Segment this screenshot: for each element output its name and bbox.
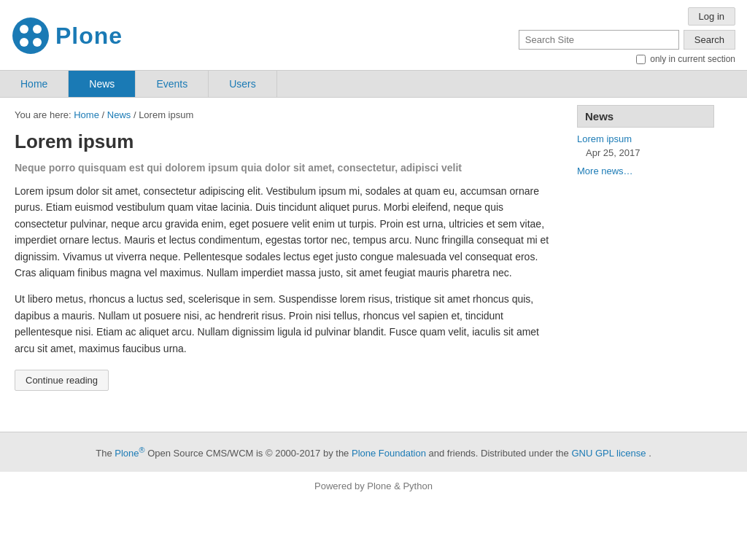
breadcrumb: You are here: Home / News / Lorem ipsum: [15, 109, 551, 120]
logo-text: Plone: [55, 23, 123, 50]
sidebar: News Lorem ipsum Apr 25, 2017 More news…: [565, 98, 726, 402]
svg-point-4: [33, 38, 42, 47]
nav-item-events[interactable]: Events: [136, 71, 209, 97]
only-section-label: only in current section: [650, 54, 735, 64]
search-button[interactable]: Search: [684, 30, 735, 50]
sidebar-news-item-date: Apr 25, 2017: [586, 147, 714, 158]
sidebar-news-item-link[interactable]: Lorem ipsum: [577, 133, 714, 144]
footer-text-the: The: [96, 448, 112, 459]
nav-item-users[interactable]: Users: [209, 71, 277, 97]
article-title: Lorem ipsum: [15, 131, 551, 153]
article-body: Lorem ipsum dolor sit amet, consectetur …: [15, 183, 551, 357]
breadcrumb-home[interactable]: Home: [74, 109, 99, 120]
only-section-row: only in current section: [636, 54, 735, 64]
footer-plone-link[interactable]: Plone®: [115, 448, 144, 459]
footer-text-cms: Open Source CMS/WCM: [147, 448, 253, 459]
footer-text-copy: is © 2000-2017 by the: [256, 448, 349, 459]
footer-text-friends: and friends. Distributed under the: [429, 448, 569, 459]
article-lead: Neque porro quisquam est qui dolorem ips…: [15, 160, 551, 176]
footer-sub: Powered by Plone & Python: [0, 472, 747, 500]
sidebar-more-news-link[interactable]: More news…: [577, 166, 714, 176]
breadcrumb-prefix: You are here:: [15, 109, 71, 120]
footer-text-period: .: [649, 448, 651, 459]
logo-area: Plone: [12, 17, 123, 55]
content-wrapper: You are here: Home / News / Lorem ipsum …: [0, 98, 747, 402]
article-body-p2: Ut libero metus, rhoncus a luctus sed, s…: [15, 291, 551, 357]
footer-main: The Plone® Open Source CMS/WCM is © 2000…: [0, 432, 747, 472]
breadcrumb-section[interactable]: News: [107, 109, 131, 120]
svg-point-1: [20, 25, 28, 34]
nav-item-news[interactable]: News: [69, 71, 136, 97]
search-row: Search: [519, 30, 735, 50]
sidebar-title: News: [577, 105, 714, 128]
svg-point-3: [20, 38, 28, 47]
main-nav: Home News Events Users: [0, 70, 747, 98]
continue-reading-button[interactable]: Continue reading: [15, 370, 109, 391]
article-body-p1: Lorem ipsum dolor sit amet, consectetur …: [15, 183, 551, 281]
svg-point-0: [12, 18, 49, 54]
only-section-checkbox[interactable]: [636, 55, 646, 64]
breadcrumb-current: Lorem ipsum: [139, 109, 193, 120]
search-input[interactable]: [519, 30, 679, 50]
svg-point-2: [33, 25, 42, 34]
main-content: You are here: Home / News / Lorem ipsum …: [0, 98, 565, 402]
top-right-area: Log in Search only in current section: [519, 7, 735, 64]
login-button[interactable]: Log in: [688, 7, 735, 26]
plone-logo-icon: [12, 17, 50, 55]
nav-item-home[interactable]: Home: [0, 71, 69, 97]
breadcrumb-sep1: /: [102, 109, 107, 120]
footer-gpl-link[interactable]: GNU GPL license: [571, 448, 646, 459]
footer-foundation-link[interactable]: Plone Foundation: [352, 448, 426, 459]
